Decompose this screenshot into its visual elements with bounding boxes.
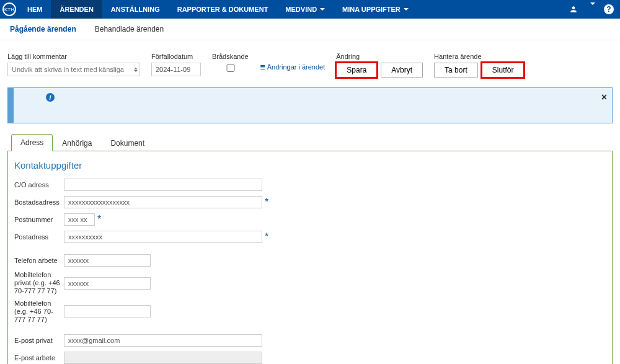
change-group: Ändring Spara Avbryt	[336, 53, 423, 78]
nav-label: ANSTÄLLNING	[111, 6, 160, 13]
home-input[interactable]	[64, 196, 262, 208]
tab-anhoriga[interactable]: Anhöriga	[53, 135, 101, 151]
subnav-handled[interactable]: Behandlade ärenden	[95, 25, 164, 33]
urgent-label: Brådskande	[212, 53, 249, 60]
nav-uppgifter[interactable]: MINA UPPGIFTER	[334, 0, 417, 19]
nav-label: RAPPORTER & DOKUMENT	[177, 6, 268, 13]
close-icon[interactable]: ×	[601, 92, 607, 103]
cancel-button[interactable]: Avbryt	[381, 63, 423, 78]
required-icon: *	[265, 197, 268, 208]
chevron-down-icon	[404, 8, 409, 11]
logo[interactable]: KTH	[0, 0, 19, 19]
due-label: Förfallodatum	[151, 53, 201, 60]
delete-button[interactable]: Ta bort	[434, 63, 478, 78]
tab-adress[interactable]: Adress	[11, 134, 53, 151]
post-input[interactable]	[64, 213, 95, 226]
arrow-down-icon	[134, 70, 138, 72]
email-work-input	[64, 352, 262, 364]
comment-label: Lägg till kommentar	[7, 53, 140, 60]
nav-medvind[interactable]: MEDVIND	[277, 0, 334, 19]
email-work-label: E-post arbete	[14, 354, 64, 362]
manage-group: Hantera ärende Ta bort Slutför	[434, 53, 524, 78]
manage-label: Hantera ärende	[434, 53, 524, 60]
chevron-down-icon	[590, 2, 595, 14]
save-button[interactable]: Spara	[336, 63, 377, 78]
nav-label: ÄRENDEN	[60, 6, 93, 13]
nav-label: HEM	[27, 6, 42, 13]
chevron-down-icon	[320, 8, 325, 11]
comment-input[interactable]	[7, 63, 140, 76]
co-input[interactable]	[64, 179, 262, 191]
info-box: i ×	[7, 87, 613, 123]
home-label: Bostadsadress	[14, 198, 64, 206]
help-icon[interactable]: ?	[604, 4, 614, 14]
postaddr-input[interactable]	[64, 231, 262, 243]
user-dropdown[interactable]	[590, 5, 595, 14]
arrow-up-icon	[134, 68, 138, 69]
mobile-priv-input[interactable]	[64, 277, 151, 290]
email-priv-input[interactable]	[64, 334, 262, 347]
user-icon	[569, 5, 578, 14]
tab-content: Kontaktuppgifter C/O adress Bostadsadres…	[7, 151, 613, 364]
comment-group: Lägg till kommentar	[7, 53, 140, 76]
mobile-label: Mobiltelefon (e.g. +46 70-777 77 77)	[14, 300, 64, 324]
sub-nav: Pågående ärenden Behandlade ärenden	[0, 19, 620, 40]
nav-label: MINA UPPGIFTER	[342, 6, 401, 13]
nav-rapporter[interactable]: RAPPORTER & DOKUMENT	[169, 0, 277, 19]
finish-button[interactable]: Slutför	[482, 63, 525, 78]
tabs-bar: Adress Anhöriga Dokument	[7, 133, 613, 151]
mobile-priv-label: Mobiltelefon privat (e.g. +46 70-777 77 …	[14, 271, 64, 296]
email-priv-label: E-post privat	[14, 337, 64, 344]
nav-hem[interactable]: HEM	[19, 0, 51, 19]
nav-anstallning[interactable]: ANSTÄLLNING	[102, 0, 169, 19]
postaddr-label: Postadress	[14, 233, 64, 241]
info-icon: i	[46, 93, 55, 102]
post-label: Postnummer	[14, 216, 64, 223]
nav-label: MEDVIND	[285, 6, 317, 13]
logo-circle: KTH	[2, 2, 16, 16]
due-input[interactable]	[151, 63, 201, 76]
changes-link[interactable]: ≣Ändringar i ärendet	[260, 63, 326, 71]
nav-arenden[interactable]: ÄRENDEN	[51, 0, 102, 19]
subnav-pending[interactable]: Pågående ärenden	[10, 25, 76, 33]
required-icon: *	[97, 214, 101, 225]
mobile-input[interactable]	[64, 305, 151, 317]
tab-dokument[interactable]: Dokument	[101, 135, 154, 151]
top-nav: KTH HEM ÄRENDEN ANSTÄLLNING RAPPORTER & …	[0, 0, 620, 19]
co-label: C/O adress	[14, 181, 64, 189]
toolbar: Lägg till kommentar Förfallodatum Brådsk…	[0, 40, 620, 81]
tel-work-label: Telefon arbete	[14, 257, 64, 264]
section-title: Kontaktuppgifter	[14, 160, 606, 171]
required-icon: *	[265, 231, 268, 242]
user-menu[interactable]	[565, 5, 582, 14]
change-label: Ändring	[336, 53, 423, 60]
spinner-arrows[interactable]	[134, 63, 138, 76]
list-icon: ≣	[260, 63, 265, 71]
changes-group: ≣Ändringar i ärendet	[260, 53, 326, 71]
due-group: Förfallodatum	[151, 53, 201, 76]
tel-work-input[interactable]	[64, 254, 151, 267]
changes-link-text: Ändringar i ärendet	[267, 63, 326, 71]
urgent-group: Brådskande	[212, 53, 249, 74]
urgent-checkbox[interactable]	[215, 64, 247, 72]
